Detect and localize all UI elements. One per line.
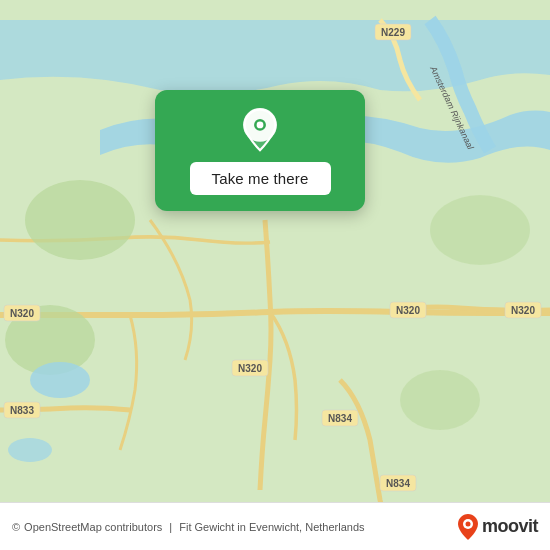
svg-point-6 bbox=[8, 438, 52, 462]
svg-point-4 bbox=[400, 370, 480, 430]
svg-point-5 bbox=[30, 362, 90, 398]
svg-text:N320: N320 bbox=[511, 305, 535, 316]
svg-point-3 bbox=[430, 195, 530, 265]
moovit-logo: moovit bbox=[457, 513, 538, 541]
bottom-left: © OpenStreetMap contributors | Fit Gewic… bbox=[12, 521, 365, 533]
attribution-text: OpenStreetMap contributors bbox=[24, 521, 162, 533]
moovit-text: moovit bbox=[482, 516, 538, 537]
svg-text:N834: N834 bbox=[386, 478, 410, 489]
map-container: Lek N229 N320 N320 N320 N320 N834 N834 N… bbox=[0, 0, 550, 550]
svg-text:N320: N320 bbox=[396, 305, 420, 316]
moovit-pin-icon bbox=[457, 513, 479, 541]
svg-point-29 bbox=[465, 521, 470, 526]
location-label: Fit Gewicht in Evenwicht, Netherlands bbox=[179, 521, 364, 533]
svg-text:N833: N833 bbox=[10, 405, 34, 416]
take-me-there-button[interactable]: Take me there bbox=[190, 162, 331, 195]
bottom-bar: © OpenStreetMap contributors | Fit Gewic… bbox=[0, 502, 550, 550]
svg-text:N320: N320 bbox=[238, 363, 262, 374]
svg-text:N834: N834 bbox=[328, 413, 352, 424]
svg-point-27 bbox=[257, 122, 264, 129]
svg-text:N320: N320 bbox=[10, 308, 34, 319]
svg-text:N229: N229 bbox=[381, 27, 405, 38]
map-background: Lek N229 N320 N320 N320 N320 N834 N834 N… bbox=[0, 0, 550, 550]
copyright-icon: © bbox=[12, 521, 20, 533]
svg-point-1 bbox=[25, 180, 135, 260]
location-pin-icon bbox=[238, 108, 282, 152]
location-popup: Take me there bbox=[155, 90, 365, 211]
